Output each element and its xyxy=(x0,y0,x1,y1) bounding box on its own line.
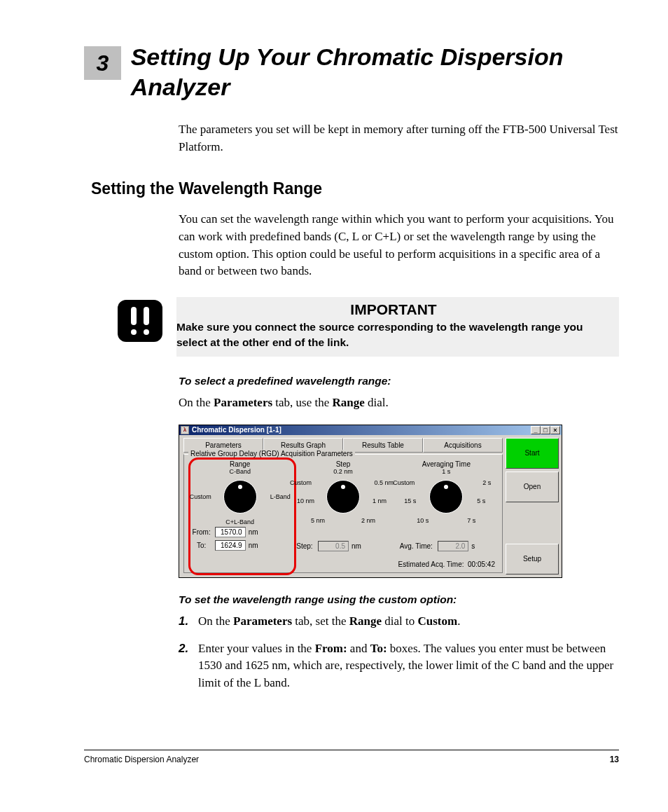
step-tick-top: 0.2 nm xyxy=(333,468,353,475)
window-title: Chromatic Dispersion [1-1] xyxy=(192,426,281,434)
intro-paragraph: The parameters you set will be kept in m… xyxy=(179,121,619,156)
window-titlebar: λ Chromatic Dispersion [1-1] _ □ × xyxy=(179,425,562,435)
avg-tick-bl: 10 s xyxy=(417,517,429,524)
important-text: Make sure you connect the source corresp… xyxy=(176,319,611,350)
step-tick-br: 2 nm xyxy=(361,517,375,524)
setup-button[interactable]: Setup xyxy=(506,544,559,574)
step-tick-tr: 0.5 nm xyxy=(374,479,394,486)
range-tick-bottom: C+L-Band xyxy=(225,518,254,525)
step-2: 2. Enter your values in the From: and To… xyxy=(179,640,619,692)
estimated-time: Estimated Acq. Time: 00:05:42 xyxy=(398,560,495,568)
procedure2-heading: To set the wavelength range using the cu… xyxy=(179,593,619,606)
chapter-header: 3 Setting Up Your Chromatic Dispersion A… xyxy=(84,42,619,102)
step-label: Step: xyxy=(294,542,315,550)
footer-page-number: 13 xyxy=(610,755,619,764)
avg-tick-top: 1 s xyxy=(442,468,450,475)
step-column: Step 0.2 nm Custom 0.5 nm 10 nm 1 nm 5 n… xyxy=(294,460,392,551)
range-column: Range C-Band Custom L-Band C+L-Band From… xyxy=(191,460,289,551)
maximize-button[interactable]: □ xyxy=(541,426,550,434)
chapter-number-box: 3 xyxy=(84,46,121,80)
step-num-2: 2. xyxy=(179,640,198,692)
procedure1-heading: To select a predefined wavelength range: xyxy=(179,375,619,387)
range-title: Range xyxy=(191,460,289,468)
section-body: You can set the wavelength range within … xyxy=(179,211,619,280)
open-button[interactable]: Open xyxy=(506,472,559,502)
section-heading: Setting the Wavelength Range xyxy=(91,179,619,198)
step-1: 1. On the Parameters tab, set the Range … xyxy=(179,613,619,631)
start-button[interactable]: Start xyxy=(506,438,559,469)
avg-tick-br: 7 s xyxy=(467,517,475,524)
to-label: To: xyxy=(191,542,212,549)
from-label: From: xyxy=(191,528,212,536)
avg-column: Averaging Time 1 s Custom 2 s 15 s 5 s 1… xyxy=(397,460,495,551)
app-icon: λ xyxy=(181,426,189,434)
footer-product: Chromatic Dispersion Analyzer xyxy=(84,755,199,764)
step-tick-right: 1 nm xyxy=(373,497,387,504)
step-num-1: 1. xyxy=(179,613,198,631)
important-heading: IMPORTANT xyxy=(176,301,611,318)
tab-results-table[interactable]: Results Table xyxy=(343,438,423,453)
from-unit: nm xyxy=(249,528,258,536)
step-unit: nm xyxy=(352,542,361,550)
avg-unit: s xyxy=(471,542,475,550)
page-footer: Chromatic Dispersion Analyzer 13 xyxy=(84,750,619,764)
procedure1-line: On the Parameters tab, use the Range dia… xyxy=(179,394,619,412)
important-icon xyxy=(118,300,162,342)
step-title: Step xyxy=(294,460,392,468)
step-tick-left: 10 nm xyxy=(297,497,314,504)
range-tick-top: C-Band xyxy=(229,468,251,475)
avg-label: Avg. Time: xyxy=(397,542,435,550)
range-tick-right: L-Band xyxy=(270,493,291,500)
rgd-groupbox: Relative Group Delay (RGD) Acquisition P… xyxy=(183,454,503,573)
avg-title: Averaging Time xyxy=(397,460,495,468)
close-button[interactable]: × xyxy=(550,426,560,434)
app-screenshot: λ Chromatic Dispersion [1-1] _ □ × Param… xyxy=(179,425,562,578)
avg-tick-tl: Custom xyxy=(393,479,415,486)
avg-dial[interactable] xyxy=(429,480,463,514)
range-dial[interactable] xyxy=(223,480,257,514)
step-dial[interactable] xyxy=(326,480,360,514)
step-tick-tl: Custom xyxy=(290,479,312,486)
range-tick-left: Custom xyxy=(190,493,211,500)
tab-acquisitions[interactable]: Acquisitions xyxy=(423,438,503,453)
groupbox-title: Relative Group Delay (RGD) Acquisition P… xyxy=(188,450,355,457)
avg-tick-right: 5 s xyxy=(477,497,485,504)
chapter-title: Setting Up Your Chromatic Dispersion Ana… xyxy=(131,42,619,102)
from-input[interactable]: 1570.0 xyxy=(215,527,246,537)
minimize-button[interactable]: _ xyxy=(531,426,541,434)
important-callout: IMPORTANT Make sure you connect the sour… xyxy=(118,297,619,357)
avg-tick-tr: 2 s xyxy=(482,479,491,486)
side-panel: Start Open Setup xyxy=(506,436,560,576)
step-tick-bl: 5 nm xyxy=(311,517,325,524)
step-input[interactable]: 0.5 xyxy=(318,541,349,551)
avg-tick-left: 15 s xyxy=(404,497,416,504)
avg-input[interactable]: 2.0 xyxy=(438,541,468,551)
to-unit: nm xyxy=(249,542,258,549)
to-input[interactable]: 1624.9 xyxy=(215,540,246,551)
